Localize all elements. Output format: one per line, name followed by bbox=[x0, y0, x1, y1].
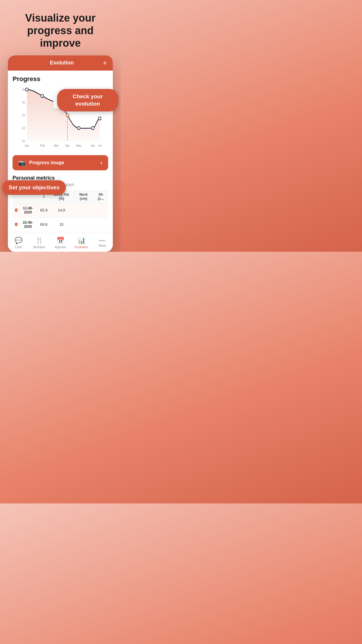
more-icon: ••• bbox=[99, 238, 106, 243]
row2-neck bbox=[73, 217, 93, 232]
svg-point-15 bbox=[91, 126, 94, 130]
nav-evolution[interactable]: 📊 Evolution bbox=[71, 236, 92, 250]
svg-point-10 bbox=[25, 88, 28, 91]
add-evolution-button[interactable]: + bbox=[103, 60, 107, 66]
svg-text:Feb: Feb bbox=[40, 144, 45, 147]
evolution-header-title: Evolution bbox=[21, 60, 103, 66]
trash-icon[interactable]: 🗑 bbox=[14, 222, 18, 227]
svg-text:64: 64 bbox=[22, 113, 25, 117]
svg-text:May: May bbox=[76, 144, 82, 147]
row1-weight: 65.9 bbox=[38, 203, 49, 217]
table-row: 🗑 22-06-2020 69.8 15 bbox=[13, 217, 108, 232]
progress-image-label: Progress image bbox=[29, 160, 64, 165]
svg-text:Apr: Apr bbox=[65, 144, 70, 147]
col-sh[interactable]: Sh (c... bbox=[93, 190, 108, 203]
row1-sh bbox=[93, 203, 108, 217]
nutrition-icon: 🍴 bbox=[36, 237, 43, 244]
row1-neck bbox=[73, 203, 93, 217]
svg-point-16 bbox=[98, 117, 101, 120]
progress-section: Progress 68 66 64 62 60 bbox=[8, 71, 113, 153]
table-row: 🗑 11-08-2020 65.9 14,8 bbox=[13, 203, 108, 217]
svg-text:66: 66 bbox=[22, 101, 25, 104]
phone-mockup: Evolution + Progress 68 66 64 62 60 bbox=[8, 55, 113, 252]
svg-text:Jun: Jun bbox=[90, 144, 95, 147]
row2-sh bbox=[93, 217, 108, 232]
row1-date: 🗑 11-08-2020 bbox=[13, 203, 38, 217]
svg-text:Jul: Jul bbox=[98, 144, 101, 147]
more-label: More bbox=[99, 244, 106, 247]
evolution-icon: 📊 bbox=[78, 237, 85, 244]
bottom-nav: 💬 Chat 🍴 Nutrition 📅 Agenda 📊 Evolution … bbox=[8, 233, 113, 252]
svg-text:68: 68 bbox=[22, 88, 25, 91]
agenda-label: Agenda bbox=[55, 245, 66, 249]
svg-text:Mar: Mar bbox=[54, 144, 59, 147]
svg-text:62: 62 bbox=[22, 126, 25, 130]
nutrition-label: Nutrition bbox=[34, 245, 45, 249]
col-neck[interactable]: Neck (cm) bbox=[73, 190, 93, 203]
row1-body-fat: 14,8 bbox=[49, 203, 73, 217]
metrics-table: t Body Fat (%) Neck (cm) Sh (c... 🗑 11-0… bbox=[13, 190, 108, 232]
nav-more[interactable]: ••• More bbox=[92, 237, 113, 249]
nav-chat[interactable]: 💬 Chat bbox=[8, 236, 29, 250]
progress-title: Progress bbox=[13, 75, 108, 83]
svg-point-11 bbox=[41, 94, 44, 97]
chat-label: Chat bbox=[15, 245, 22, 249]
progress-image-button[interactable]: 📷 Progress image › bbox=[13, 155, 108, 170]
hero-title: Visualize your progress and improve bbox=[0, 0, 121, 55]
nav-nutrition[interactable]: 🍴 Nutrition bbox=[29, 236, 50, 250]
svg-text:Jan: Jan bbox=[24, 144, 29, 147]
chevron-right-icon: › bbox=[100, 159, 102, 166]
row2-date: 🗑 22-06-2020 bbox=[13, 217, 38, 232]
callout-evolution: Check your evolution bbox=[57, 89, 118, 111]
evolution-label: Evolution bbox=[75, 245, 88, 249]
trash-icon[interactable]: 🗑 bbox=[14, 208, 18, 212]
agenda-icon: 📅 bbox=[57, 237, 64, 244]
row2-body-fat: 15 bbox=[49, 217, 73, 232]
camera-icon: 📷 bbox=[18, 159, 26, 166]
svg-point-14 bbox=[77, 126, 80, 130]
evolution-header: Evolution + bbox=[8, 55, 113, 71]
row2-weight: 69.8 bbox=[38, 217, 49, 232]
svg-text:60: 60 bbox=[22, 139, 25, 143]
callout-objectives: Set your objectives bbox=[2, 180, 66, 195]
chat-icon: 💬 bbox=[15, 237, 22, 244]
nav-agenda[interactable]: 📅 Agenda bbox=[50, 236, 71, 250]
